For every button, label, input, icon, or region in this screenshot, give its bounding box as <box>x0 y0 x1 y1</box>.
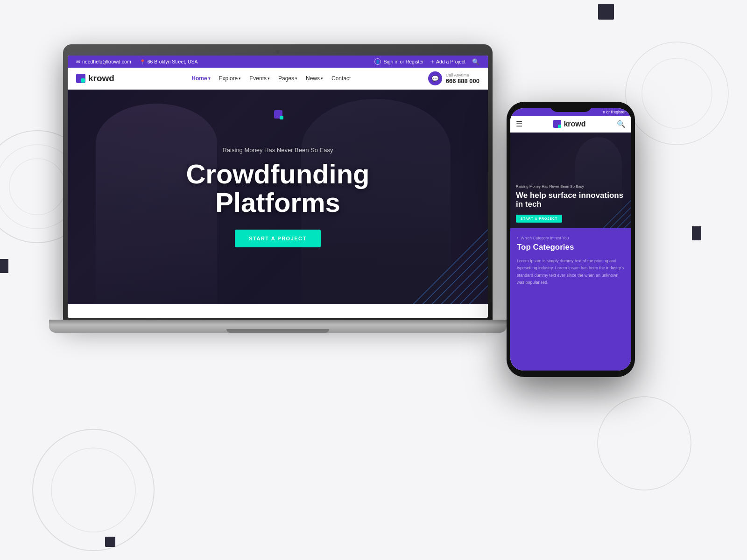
svg-line-8 <box>423 239 488 304</box>
topbar-right: 👤 Sign in or Register + Add a Project 🔍 <box>374 58 479 65</box>
laptop-base-groove <box>226 329 329 333</box>
svg-line-13 <box>469 286 488 304</box>
topbar-signin[interactable]: 👤 Sign in or Register <box>374 58 423 65</box>
phone-hero: Raising Money Has Never Been So Easy We … <box>510 133 631 228</box>
deco-square-mid-left <box>0 259 8 273</box>
topbar-email-item: ✉ needhelp@krowd.com <box>76 59 131 64</box>
topbar-left: ✉ needhelp@krowd.com 📍 66 Broklyn Street… <box>76 59 198 64</box>
phone-navbar: ☰ krowd 🔍 <box>510 116 631 133</box>
hero-deco-dot <box>280 116 283 119</box>
site-topbar: ✉ needhelp@krowd.com 📍 66 Broklyn Street… <box>68 56 488 68</box>
user-icon: 👤 <box>374 58 381 65</box>
nav-links: Home ▾ Explore ▾ Events ▾ Pages ▾ <box>191 75 351 82</box>
deco-square-mid-right <box>692 226 701 240</box>
phone-hero-title: We help surface innovations in tech <box>516 191 626 209</box>
nav-pages-chevron: ▾ <box>295 76 297 81</box>
phone-hero-cta[interactable]: START A PROJECT <box>516 215 562 223</box>
svg-line-10 <box>441 258 488 304</box>
logo-dot <box>81 78 85 83</box>
phone-hero-content: Raising Money Has Never Been So Easy We … <box>516 184 626 223</box>
laptop-camera <box>276 50 280 54</box>
phone-notch <box>550 102 592 112</box>
nav-events[interactable]: Events ▾ <box>249 75 270 82</box>
call-icon: 💬 <box>428 71 442 85</box>
bullet-icon: • <box>517 236 518 240</box>
plus-icon: + <box>430 58 434 65</box>
phone-hamburger[interactable]: ☰ <box>516 119 522 128</box>
phone-cat-subtitle: • Which Category Intrest You <box>517 236 625 240</box>
deco-square-bottom-left <box>105 537 115 547</box>
topbar-address: 66 Broklyn Street, USA <box>148 59 198 64</box>
nav-explore[interactable]: Explore ▾ <box>219 75 241 82</box>
phone-signin-text: n or Register <box>603 110 626 114</box>
nav-contact[interactable]: Contact <box>331 75 351 82</box>
topbar-add-project[interactable]: + Add a Project <box>430 58 465 65</box>
topbar-email: needhelp@krowd.com <box>82 59 131 64</box>
phone-screen: n or Register ☰ krowd 🔍 <box>510 108 631 371</box>
phone-wrapper: n or Register ☰ krowd 🔍 <box>507 102 635 377</box>
hero-title: CrowdfundingPlatforms <box>186 160 369 217</box>
topbar-search[interactable]: 🔍 <box>472 58 479 65</box>
phone-hero-subtitle: Raising Money Has Never Been So Easy <box>516 184 626 189</box>
site-logo[interactable]: krowd <box>76 73 114 84</box>
nav-news-chevron: ▾ <box>321 76 323 81</box>
logo-icon <box>76 74 85 83</box>
phone-logo-text: krowd <box>564 120 585 128</box>
nav-home[interactable]: Home ▾ <box>191 75 210 82</box>
deco-square-top-right <box>598 4 614 20</box>
call-number: 666 888 000 <box>446 77 479 84</box>
nav-pages[interactable]: Pages ▾ <box>278 75 297 82</box>
nav-explore-chevron: ▾ <box>239 76 241 81</box>
laptop-screen: ✉ needhelp@krowd.com 📍 66 Broklyn Street… <box>68 56 488 318</box>
svg-line-11 <box>451 267 488 304</box>
nav-news[interactable]: News ▾ <box>306 75 323 82</box>
topbar-address-item: 📍 66 Broklyn Street, USA <box>140 59 198 64</box>
hero-subtitle: Raising Money Has Never Been So Easy <box>186 147 369 154</box>
hero-cta-button[interactable]: START A PROJECT <box>235 230 321 247</box>
hero-section: Raising Money Has Never Been So Easy Cro… <box>68 90 488 304</box>
phone-categories: • Which Category Intrest You Top Categor… <box>510 228 631 371</box>
svg-line-9 <box>432 248 488 304</box>
phone-cat-title: Top Categories <box>517 243 625 252</box>
laptop-body: ✉ needhelp@krowd.com 📍 66 Broklyn Street… <box>63 44 493 320</box>
call-anytime: Call Anytime <box>446 73 479 77</box>
svg-line-14 <box>413 230 488 304</box>
phone-logo-icon <box>553 120 561 128</box>
location-icon: 📍 <box>140 59 145 64</box>
email-icon: ✉ <box>76 59 80 64</box>
phone-body: n or Register ☰ krowd 🔍 <box>507 102 635 377</box>
site-navbar: krowd Home ▾ Explore ▾ Events ▾ <box>68 68 488 90</box>
hero-content: Raising Money Has Never Been So Easy Cro… <box>186 147 369 248</box>
nav-events-chevron: ▾ <box>268 76 270 81</box>
phone-logo-dot <box>558 125 561 128</box>
hero-diagonal-lines <box>395 211 488 304</box>
hero-deco-square <box>274 110 282 119</box>
laptop-wrapper: ✉ needhelp@krowd.com 📍 66 Broklyn Street… <box>63 44 493 333</box>
laptop-base <box>49 320 507 333</box>
logo-text: krowd <box>88 73 114 84</box>
call-info: Call Anytime 666 888 000 <box>446 73 479 84</box>
phone-logo[interactable]: krowd <box>553 120 585 128</box>
phone-search-btn[interactable]: 🔍 <box>617 120 626 128</box>
phone-cat-body: Lorem Ipsum is simply dummy text of the … <box>517 258 625 286</box>
nav-home-chevron: ▾ <box>208 76 211 81</box>
call-box: 💬 Call Anytime 666 888 000 <box>428 71 479 85</box>
